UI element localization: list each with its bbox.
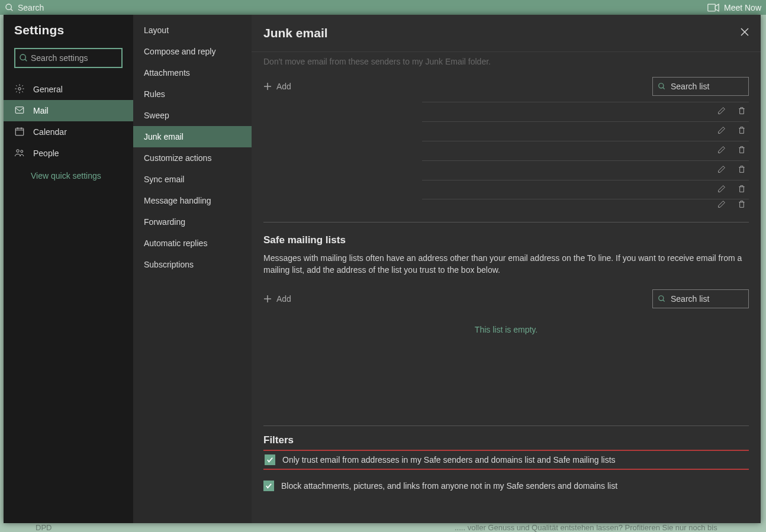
sidebar-item-label: Mail (33, 106, 49, 115)
search-list-placeholder: Search list (671, 82, 709, 91)
submenu-item-junk-email[interactable]: Junk email (133, 126, 252, 147)
svg-line-1 (11, 9, 12, 11)
svg-rect-7 (15, 128, 24, 135)
divider (263, 425, 749, 426)
delete-sender-button[interactable] (737, 145, 746, 157)
checkbox-checked[interactable] (265, 454, 275, 465)
svg-point-0 (6, 4, 11, 9)
search-safe-senders[interactable]: Search list (652, 77, 749, 96)
settings-search-input[interactable] (31, 53, 134, 63)
trash-icon (737, 199, 746, 209)
svg-point-11 (17, 149, 20, 152)
pencil-icon (717, 106, 726, 115)
safe-sender-row (422, 121, 749, 141)
meet-now-button[interactable]: Meet Now (724, 3, 761, 12)
search-icon (658, 82, 666, 91)
svg-point-3 (20, 54, 25, 60)
pencil-icon (717, 145, 726, 154)
search-icon (658, 295, 666, 303)
svg-point-21 (659, 295, 664, 300)
settings-content: Junk email Don't move email from these s… (252, 15, 761, 523)
submenu-item-layout[interactable]: Layout (133, 20, 252, 41)
global-search-placeholder: Search (18, 3, 44, 12)
close-button[interactable] (741, 28, 749, 38)
safe-sender-row (422, 102, 749, 121)
svg-rect-2 (708, 4, 716, 11)
sidebar-item-label: People (33, 149, 59, 158)
delete-sender-button[interactable] (737, 165, 746, 176)
gear-icon (14, 83, 25, 96)
page-title: Junk email (263, 26, 328, 40)
people-icon (14, 147, 25, 160)
app-topbar: Search Meet Now (0, 0, 766, 15)
safe-mailing-lists-description: Messages with mailing lists often have a… (263, 252, 749, 286)
sidebar-item-mail[interactable]: Mail (4, 100, 133, 121)
delete-sender-button[interactable] (737, 199, 746, 209)
submenu-item-automatic-replies[interactable]: Automatic replies (133, 233, 252, 254)
submenu-item-sync-email[interactable]: Sync email (133, 169, 252, 190)
settings-title: Settings (4, 23, 133, 48)
trash-icon (737, 145, 746, 154)
filter-label: Only trust email from addresses in my Sa… (282, 455, 616, 465)
trash-icon (737, 125, 746, 135)
trash-icon (737, 165, 746, 174)
add-safe-sender-button[interactable]: Add (263, 82, 291, 91)
background-row-right: ..... voller Genuss und Qualität entsteh… (455, 523, 766, 532)
check-icon (265, 483, 272, 489)
sidebar-item-calendar[interactable]: Calendar (4, 121, 133, 143)
edit-sender-button[interactable] (717, 165, 726, 176)
safe-sender-row (422, 141, 749, 160)
edit-sender-button[interactable] (717, 145, 726, 157)
pencil-icon (717, 199, 726, 209)
edit-sender-button[interactable] (717, 184, 726, 196)
background-row-left: DPD (36, 523, 52, 532)
add-label: Add (276, 82, 291, 91)
svg-line-22 (663, 299, 665, 301)
filter-block-unsafe[interactable]: Block attachments, pictures, and links f… (263, 478, 749, 494)
sidebar-item-label: General (33, 85, 63, 94)
pencil-icon (717, 184, 726, 194)
delete-sender-button[interactable] (737, 184, 746, 196)
plus-icon (263, 82, 272, 91)
submenu-item-subscriptions[interactable]: Subscriptions (133, 254, 252, 275)
check-icon (266, 457, 273, 463)
submenu-item-customize-actions[interactable]: Customize actions (133, 147, 252, 169)
search-icon (19, 53, 28, 63)
filter-label: Block attachments, pictures, and links f… (281, 481, 617, 491)
delete-sender-button[interactable] (737, 106, 746, 118)
safe-mailing-lists-heading: Safe mailing lists (263, 223, 749, 252)
sidebar-item-label: Calendar (33, 127, 67, 137)
submenu-item-rules[interactable]: Rules (133, 83, 252, 105)
edit-sender-button[interactable] (717, 106, 726, 118)
global-search[interactable]: Search (5, 3, 286, 12)
checkbox-checked[interactable] (263, 481, 274, 491)
trash-icon (737, 106, 746, 115)
safe-sender-row (422, 180, 749, 199)
svg-rect-6 (15, 107, 24, 113)
submenu-item-message-handling[interactable]: Message handling (133, 190, 252, 211)
submenu-item-attachments[interactable]: Attachments (133, 62, 252, 83)
settings-dialog: Settings GeneralMailCalendarPeople View … (4, 15, 761, 523)
submenu-item-forwarding[interactable]: Forwarding (133, 211, 252, 233)
submenu-item-sweep[interactable]: Sweep (133, 105, 252, 126)
search-list-placeholder: Search list (671, 294, 709, 304)
edit-sender-button[interactable] (717, 199, 726, 209)
settings-sidebar-primary: Settings GeneralMailCalendarPeople View … (4, 15, 133, 523)
settings-search[interactable] (14, 48, 123, 68)
sidebar-item-general[interactable]: General (4, 79, 133, 100)
edit-sender-button[interactable] (717, 125, 726, 137)
filters-heading: Filters (263, 434, 749, 450)
search-safe-lists[interactable]: Search list (652, 289, 749, 308)
add-safe-list-button[interactable]: Add (263, 294, 291, 304)
calendar-icon (14, 126, 25, 138)
delete-sender-button[interactable] (737, 125, 746, 137)
svg-line-4 (25, 59, 27, 61)
pencil-icon (717, 125, 726, 135)
add-label: Add (276, 294, 291, 304)
meet-icon (707, 4, 719, 12)
submenu-item-compose-and-reply[interactable]: Compose and reply (133, 41, 252, 62)
view-quick-settings-link[interactable]: View quick settings (4, 164, 133, 180)
mail-icon (14, 105, 25, 117)
filter-only-trust-safe[interactable]: Only trust email from addresses in my Sa… (263, 450, 749, 470)
sidebar-item-people[interactable]: People (4, 143, 133, 164)
